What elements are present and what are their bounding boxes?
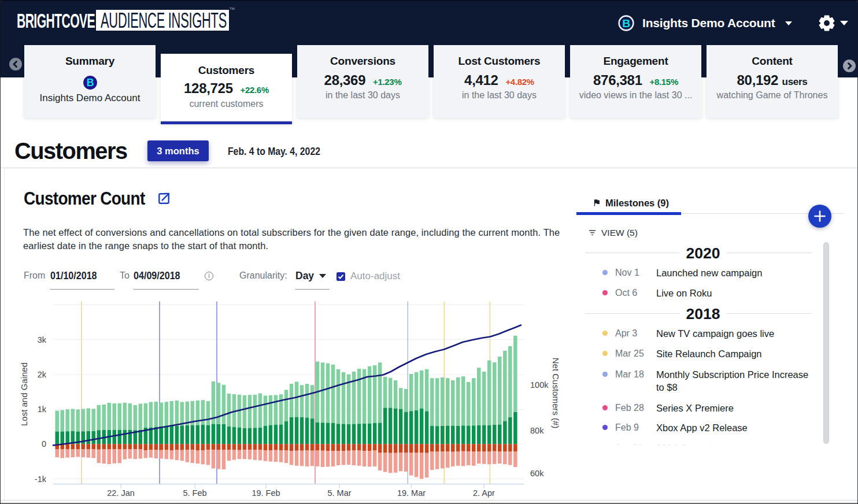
- svg-text:5. Mar: 5. Mar: [327, 488, 351, 498]
- svg-text:2k: 2k: [38, 370, 47, 379]
- svg-text:B: B: [622, 17, 630, 29]
- svg-text:Lost and Gained: Lost and Gained: [19, 362, 29, 426]
- svg-text:22. Jan: 22. Jan: [107, 488, 135, 498]
- svg-text:Net Customers (#): Net Customers (#): [551, 358, 561, 429]
- svg-text:B: B: [87, 77, 94, 88]
- svg-text:3k: 3k: [38, 335, 47, 344]
- svg-text:5. Feb: 5. Feb: [183, 488, 206, 498]
- svg-text:19. Mar: 19. Mar: [397, 488, 426, 498]
- svg-text:60k: 60k: [530, 469, 544, 478]
- svg-text:100k: 100k: [530, 380, 549, 390]
- svg-text:1k: 1k: [38, 405, 47, 414]
- svg-text:2. Apr: 2. Apr: [473, 488, 495, 498]
- svg-text:19. Feb: 19. Feb: [252, 488, 280, 498]
- svg-text:-1k: -1k: [35, 475, 47, 484]
- svg-text:80k: 80k: [530, 426, 544, 435]
- svg-text:0: 0: [42, 439, 46, 449]
